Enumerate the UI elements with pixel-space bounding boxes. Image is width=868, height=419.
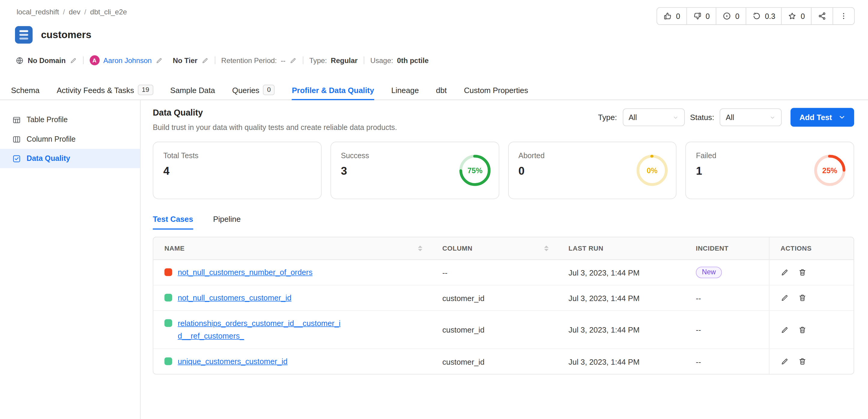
incident-cell: New xyxy=(685,267,769,279)
edit-test-button[interactable] xyxy=(781,268,789,277)
test-case-link[interactable]: unique_customers_customer_id xyxy=(178,355,288,368)
type-filter-label: Type: xyxy=(598,113,617,122)
status-filter-select[interactable]: All xyxy=(720,108,781,126)
header-label: INCIDENT xyxy=(696,245,728,252)
breadcrumb-database-link[interactable]: dev xyxy=(69,8,81,16)
incident-new-badge[interactable]: New xyxy=(696,267,722,279)
tab-custom-properties[interactable]: Custom Properties xyxy=(464,80,528,100)
star-count: 0 xyxy=(801,12,805,21)
table-entity-icon xyxy=(15,26,33,44)
column-cell: customer_id xyxy=(431,294,557,302)
tier-value: No Tier xyxy=(173,56,197,65)
owner-link[interactable]: Aaron Johnson xyxy=(103,56,152,65)
summary-cards: Total Tests 4 Success 3 75% Aborted 0 xyxy=(153,142,854,199)
page-title: customers xyxy=(41,29,91,41)
breadcrumb-service-link[interactable]: local_redshift xyxy=(17,8,59,16)
test-case-link[interactable]: not_null_customers_customer_id xyxy=(178,292,292,304)
sidebar-item-label: Table Profile xyxy=(26,116,68,124)
chevron-down-icon xyxy=(673,115,679,120)
edit-tier-button[interactable] xyxy=(201,57,209,64)
thumbs-up-icon xyxy=(663,12,672,21)
upvote-button[interactable]: 0 xyxy=(657,8,686,24)
domain-item: No Domain xyxy=(16,56,77,65)
retention-value: -- xyxy=(281,56,286,65)
chevron-down-icon xyxy=(839,114,845,121)
last-run-cell: Jul 3, 2023, 1:44 PM xyxy=(557,268,685,277)
aborted-percent-ring: 0% xyxy=(636,155,668,187)
test-case-link[interactable]: not_null_customers_number_of_orders xyxy=(178,266,313,279)
failed-percent-ring: 25% xyxy=(814,155,846,187)
version-history-icon xyxy=(752,12,761,21)
test-status-indicator-failed xyxy=(164,268,172,276)
sort-icon[interactable] xyxy=(544,246,549,251)
edit-domain-button[interactable] xyxy=(70,57,77,64)
delete-test-button[interactable] xyxy=(798,326,807,334)
meta-divider xyxy=(214,57,215,64)
tab-label: Sample Data xyxy=(170,86,215,94)
trash-icon xyxy=(798,326,807,334)
edit-owner-button[interactable] xyxy=(156,57,163,64)
thumbs-down-icon xyxy=(693,12,702,21)
meta-divider xyxy=(303,57,303,64)
edit-test-button[interactable] xyxy=(781,294,789,302)
success-card: Success 3 75% xyxy=(330,142,499,199)
total-tests-card: Total Tests 4 xyxy=(153,142,322,199)
share-icon xyxy=(817,12,826,21)
breadcrumb-separator: / xyxy=(84,8,87,16)
column-header-column[interactable]: COLUMN xyxy=(431,237,557,260)
sort-icon[interactable] xyxy=(418,246,423,251)
edit-test-button[interactable] xyxy=(781,326,789,334)
test-case-link[interactable]: relationships_orders_customer_id__custom… xyxy=(178,317,344,343)
panel-header-text: Data Quality Build trust in your data wi… xyxy=(153,107,397,133)
tasks-count: 0 xyxy=(735,12,740,21)
tab-lineage[interactable]: Lineage xyxy=(391,80,419,100)
meta-divider xyxy=(364,57,364,64)
follow-star-button[interactable]: 0 xyxy=(781,8,811,24)
more-options-button[interactable] xyxy=(833,8,854,24)
last-run-cell: Jul 3, 2023, 1:44 PM xyxy=(557,325,685,334)
pencil-icon xyxy=(781,357,789,366)
add-test-label: Add Test xyxy=(800,113,832,122)
delete-test-button[interactable] xyxy=(798,357,807,366)
tab-label: Activity Feeds & Tasks xyxy=(57,86,134,94)
panel-description: Build trust in your data with quality te… xyxy=(153,123,397,133)
usage-label: Usage: xyxy=(370,56,393,65)
add-test-button[interactable]: Add Test xyxy=(790,108,854,127)
delete-test-button[interactable] xyxy=(798,268,807,277)
edit-retention-button[interactable] xyxy=(289,57,297,64)
edit-test-button[interactable] xyxy=(781,357,789,366)
downvote-button[interactable]: 0 xyxy=(686,8,716,24)
entity-action-bar: 0 0 0 0.3 0 xyxy=(656,7,855,25)
delete-test-button[interactable] xyxy=(798,294,807,302)
sidebar-item-data-quality[interactable]: Data Quality xyxy=(0,149,140,168)
sidebar-item-label: Column Profile xyxy=(26,135,75,143)
tab-sample-data[interactable]: Sample Data xyxy=(170,80,215,100)
chevron-down-icon xyxy=(770,115,775,120)
version-history-button[interactable]: 0.3 xyxy=(745,8,781,24)
tasks-button[interactable]: 0 xyxy=(716,8,745,24)
tab-activity-feeds[interactable]: Activity Feeds & Tasks19 xyxy=(57,80,153,100)
sidebar-item-column-profile[interactable]: Column Profile xyxy=(0,129,140,149)
type-filter-select[interactable]: All xyxy=(623,108,684,126)
actions-cell xyxy=(769,285,854,310)
tab-test-cases[interactable]: Test Cases xyxy=(153,215,193,230)
sidebar-item-table-profile[interactable]: Table Profile xyxy=(0,110,140,130)
domain-value: No Domain xyxy=(28,56,65,65)
tab-profiler-data-quality[interactable]: Profiler & Data Quality xyxy=(292,80,374,100)
tab-queries[interactable]: Queries0 xyxy=(232,80,275,100)
table-header: NAME COLUMN LAST RUN INCIDENT ACTIONS xyxy=(153,237,854,260)
table-row: not_null_customers_number_of_orders -- J… xyxy=(153,260,854,286)
column-cell: customer_id xyxy=(431,325,557,334)
type-item: Type: Regular xyxy=(309,56,358,65)
tasks-icon xyxy=(723,12,731,21)
tab-pipeline[interactable]: Pipeline xyxy=(213,215,241,230)
column-header-name[interactable]: NAME xyxy=(153,237,431,260)
tab-dbt[interactable]: dbt xyxy=(436,80,447,100)
breadcrumb-schema-link[interactable]: dbt_cli_e2e xyxy=(90,8,127,16)
upvote-count: 0 xyxy=(676,12,680,21)
table-row: relationships_orders_customer_id__custom… xyxy=(153,311,854,349)
share-button[interactable] xyxy=(811,8,833,24)
column-cell: customer_id xyxy=(431,357,557,366)
tab-schema[interactable]: Schema xyxy=(11,80,40,100)
data-quality-panel: Data Quality Build trust in your data wi… xyxy=(141,100,868,419)
